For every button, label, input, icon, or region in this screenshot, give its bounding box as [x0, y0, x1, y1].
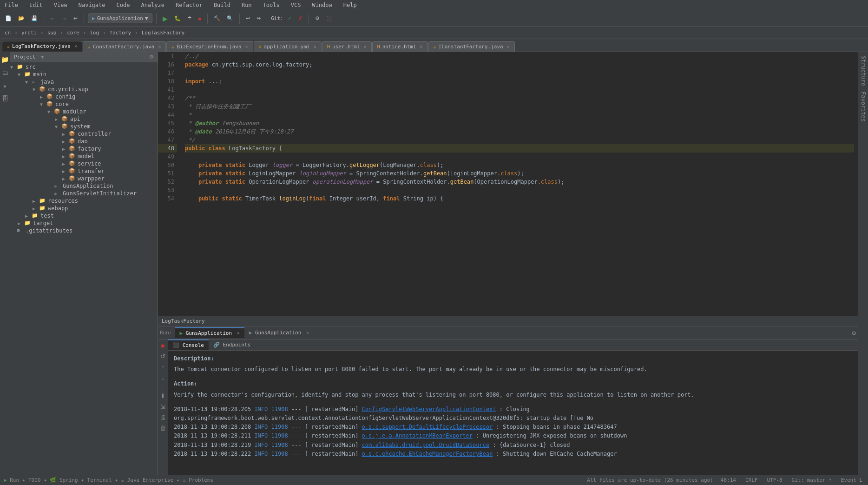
run-status-icon[interactable]: ▶ [4, 477, 7, 483]
menu-refactor[interactable]: Refactor [173, 1, 205, 9]
menu-help[interactable]: Help [341, 1, 360, 9]
log-class-4[interactable]: o.s.c.ehcache.EhCacheManagerFactoryBean [362, 451, 493, 457]
menu-view[interactable]: View [51, 1, 70, 9]
nav-class[interactable]: LogTaskFactory [140, 29, 187, 37]
run-status-label[interactable]: Run [10, 477, 19, 483]
menu-navigate[interactable]: Navigate [76, 1, 108, 9]
tab-close-7[interactable]: × [507, 44, 510, 49]
right-icon-structure[interactable]: Structure [860, 54, 867, 88]
menu-edit[interactable]: Edit [26, 1, 46, 9]
toolbar-back[interactable]: ← [48, 14, 58, 23]
toolbar-git-x[interactable]: ✗ [296, 14, 305, 23]
tree-java[interactable]: ▼ ☕ java [10, 78, 158, 86]
nav-core[interactable]: core [65, 29, 81, 37]
tab-close-3[interactable]: × [245, 44, 248, 49]
tree-src[interactable]: ▼ 📁 src [10, 63, 158, 71]
menu-tools[interactable]: Tools [260, 1, 283, 9]
toolbar-undo[interactable]: ↩ [71, 14, 80, 23]
tab-close-1[interactable]: × [74, 44, 77, 49]
tree-webapp[interactable]: ▶ 📁 webapp [10, 205, 158, 212]
project-settings-btn[interactable]: ⚙ [149, 54, 154, 60]
log-class-1[interactable]: o.s.c.support.DefaultLifecycleProcessor [362, 424, 493, 430]
tab-close-2[interactable]: × [158, 44, 161, 49]
todo-label[interactable]: TODO [28, 477, 41, 483]
toolbar-forward[interactable]: → [59, 14, 69, 23]
tab-constantfactory[interactable]: ☕ ConstantFactory.java × [83, 41, 166, 52]
tab-bizexception[interactable]: ☕ BizExceptionEnum.java × [166, 41, 253, 52]
tree-controller[interactable]: ▶ 📦 controller [10, 130, 158, 138]
tree-resources[interactable]: ▶ 📁 resources [10, 197, 158, 205]
run-tab-gunsapp2[interactable]: ▶ GunsApplication × [244, 328, 314, 338]
toolbar-settings[interactable]: ⚙ [313, 14, 322, 23]
tree-service[interactable]: ▶ 📦 service [10, 160, 158, 167]
toolbar-stop[interactable]: ■ [196, 14, 204, 23]
event-log[interactable]: Event L [839, 477, 864, 483]
nav-yrcti[interactable]: yrcti [20, 29, 39, 37]
run-tab-gunsapp1[interactable]: ▶ GunsApplication × [175, 327, 244, 338]
run-down-btn[interactable]: ↓ [159, 373, 166, 382]
toolbar-redo[interactable]: ↪ [254, 14, 263, 23]
tree-transfer[interactable]: ▶ 📦 transfer [10, 167, 158, 175]
log-class-3[interactable]: com.alibaba.druid.pool.DruidDataSource [362, 442, 490, 448]
toolbar-save[interactable]: 💾 [29, 14, 40, 23]
toolbar-run-green[interactable]: ▶ [160, 13, 170, 24]
tab-close-6[interactable]: × [420, 44, 423, 49]
toolbar-debug[interactable]: 🐛 [172, 14, 183, 23]
tree-gitattributes[interactable]: ⚙ .gitattributes [10, 227, 158, 234]
right-icon-favorites[interactable]: Favorites [860, 90, 867, 124]
tree-warppper[interactable]: ▶ 📦 warppper [10, 175, 158, 182]
code-editor[interactable]: 1 16 17 18 41 42 43 44 45 46 47 48 49 50… [158, 52, 858, 316]
run-scroll-btn[interactable]: ⬇ [158, 392, 167, 400]
project-header-dropdown[interactable]: ▼ [41, 54, 44, 60]
nav-factory[interactable]: factory [108, 29, 133, 37]
run-rerun-btn[interactable]: ↺ [158, 352, 167, 361]
left-icon-project[interactable]: 📁 [1, 54, 9, 65]
endpoints-tab[interactable]: 🔗 Endpoints [209, 340, 255, 350]
menu-window[interactable]: Window [309, 1, 335, 9]
nav-log[interactable]: log [88, 29, 101, 37]
tree-target[interactable]: ▶ 📁 target [10, 219, 158, 227]
toolbar-undo2[interactable]: ↩ [243, 14, 252, 23]
tab-user-html[interactable]: H user.html × [322, 41, 372, 52]
java-enterprise-label[interactable]: ☕ Java Enterprise [121, 477, 173, 483]
spring-label[interactable]: 🌿 Spring [50, 477, 78, 483]
tab-iconstantfactory[interactable]: ☕ IConstantFactory.java × [428, 41, 515, 52]
tree-model[interactable]: ▶ 📦 model [10, 153, 158, 160]
tree-config[interactable]: ▶ 📦 config [10, 93, 158, 100]
tree-cnyrcti[interactable]: ▼ 📦 cn.yrcti.sup [10, 86, 158, 93]
tree-gunsservlet[interactable]: ☕ GunsServletInitializer [10, 190, 158, 197]
toolbar-new[interactable]: 📄 [3, 14, 14, 23]
tree-factory[interactable]: ▶ 📦 factory [10, 145, 158, 153]
file-encoding[interactable]: UTF-8 [765, 477, 784, 483]
tab-logtaskfactory[interactable]: ☕ LogTaskFactory.java × [2, 41, 82, 52]
run-wrap-btn[interactable]: ⇲ [158, 402, 167, 411]
log-class-2[interactable]: o.s.j.e.a.AnnotationMBeanExporter [362, 432, 473, 439]
tree-modular[interactable]: ▼ 📦 modular [10, 108, 158, 115]
menu-analyze[interactable]: Analyze [138, 1, 167, 9]
menu-vcs[interactable]: VCS [288, 1, 304, 9]
left-icon-structure[interactable]: 🗂 [2, 67, 8, 78]
tree-core[interactable]: ▼ 📦 core [10, 100, 158, 108]
tab-close-5[interactable]: × [364, 44, 367, 49]
toolbar-git-ok[interactable]: ✓ [285, 14, 294, 23]
toolbar-terminal[interactable]: ⬛ [324, 14, 335, 23]
toolbar-run-coverage[interactable]: ☂ [185, 14, 194, 23]
line-ending[interactable]: CRLF [743, 477, 760, 483]
tab-close-4[interactable]: × [314, 44, 316, 49]
run-tab-close-2[interactable]: × [306, 330, 309, 335]
toolbar-build[interactable]: 🔨 [211, 14, 223, 23]
nav-cn[interactable]: cn [3, 29, 13, 37]
menu-file[interactable]: File [2, 1, 21, 9]
console-tab[interactable]: ⬛ Console [168, 339, 209, 350]
terminal-label[interactable]: Terminal [87, 477, 112, 483]
run-up-btn[interactable]: ↑ [159, 363, 166, 372]
toolbar-open[interactable]: 📂 [16, 14, 27, 23]
tab-notice-html[interactable]: H notice.html × [372, 41, 428, 52]
log-class-0[interactable]: ConfigServletWebServerApplicationContext [362, 406, 496, 412]
run-clear-btn[interactable]: 🗑 [158, 424, 168, 432]
left-icon-favorites[interactable]: ★ [3, 80, 7, 91]
menu-code[interactable]: Code [114, 1, 133, 9]
tree-main[interactable]: ▼ 📁 main [10, 71, 158, 78]
run-filter-btn[interactable]: 🖨 [158, 413, 168, 422]
problems-label[interactable]: ⚠ Problems [183, 477, 213, 483]
